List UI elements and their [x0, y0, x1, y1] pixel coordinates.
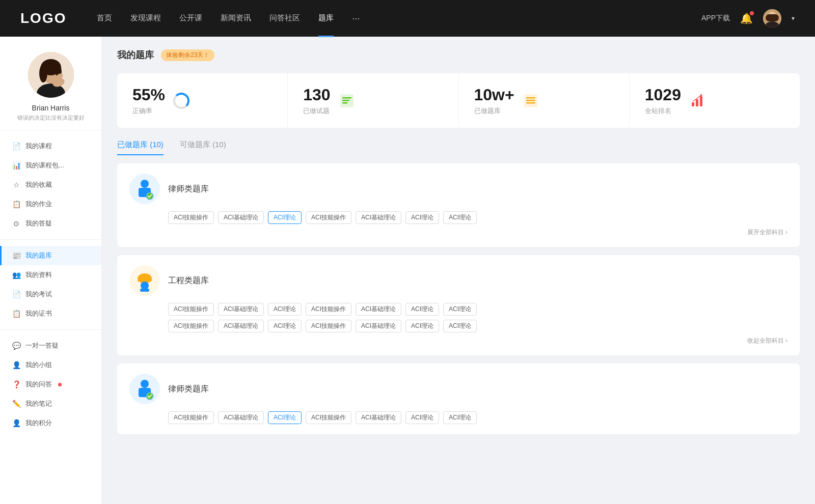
tab-done[interactable]: 已做题库 (10) [117, 140, 164, 155]
sidebar-item-courses[interactable]: 📄 我的课程 [0, 136, 101, 156]
main-content: 我的题库 体验剩余23天！ 55% 正确率 130 已做试题 [102, 37, 815, 504]
notification-dot [750, 11, 754, 15]
nav-avatar[interactable] [763, 9, 781, 27]
tags-row-engineer-1: ACI技能操作 ACI基础理论 ACI理论 ACI技能操作 ACI基础理论 AC… [168, 303, 787, 316]
tag-l2-1[interactable]: ACI技能操作 [168, 411, 214, 424]
tag-l2-3[interactable]: ACI理论 [268, 411, 302, 424]
collapse-btn-engineer[interactable]: 收起全部科目 › [747, 337, 787, 345]
profile-icon: 👥 [12, 271, 20, 279]
sidebar-item-label: 一对一答疑 [25, 341, 59, 350]
sidebar: Brian Harris 错误的决定比没有决定要好 📄 我的课程 📊 我的课程包… [0, 37, 102, 504]
tabs-row: 已做题库 (10) 可做题库 (10) [117, 140, 800, 155]
nav-link-open[interactable]: 公开课 [179, 13, 202, 24]
stats-row: 55% 正确率 130 已做试题 [117, 73, 800, 128]
ranking-value: 1029 [645, 86, 681, 104]
banks-value: 10w+ [474, 86, 514, 104]
avatar-image [763, 9, 781, 27]
tag-eng-4[interactable]: ACI技能操作 [306, 303, 351, 316]
tag-l2-6[interactable]: ACI理论 [405, 411, 439, 424]
nav-app-download[interactable]: APP下载 [701, 14, 730, 23]
svg-point-32 [141, 380, 149, 388]
tag-lawyer1-6[interactable]: ACI理论 [405, 211, 439, 224]
sidebar-item-exam[interactable]: 📄 我的考试 [0, 285, 101, 304]
tag-lawyer1-1[interactable]: ACI技能操作 [168, 211, 214, 224]
questions-icon: ❓ [12, 380, 20, 388]
svg-rect-21 [696, 99, 698, 106]
tag-eng-9[interactable]: ACI基础理论 [218, 320, 264, 332]
sidebar-item-label: 我的问答 [25, 380, 52, 389]
tag-eng-11[interactable]: ACI技能操作 [306, 320, 351, 332]
navbar: LOGO 首页 发现课程 公开课 新闻资讯 问答社区 题库 ··· APP下载 … [0, 0, 815, 37]
tag-l2-2[interactable]: ACI基础理论 [218, 411, 264, 424]
nav-chevron-icon[interactable]: ▾ [792, 15, 795, 22]
sidebar-item-points[interactable]: 👤 我的积分 [0, 413, 101, 433]
sidebar-item-label: 我的答疑 [25, 219, 52, 228]
tag-eng-13[interactable]: ACI理论 [405, 320, 439, 332]
page-title: 我的题库 [117, 49, 154, 61]
sidebar-item-qa[interactable]: ⊙ 我的答疑 [0, 214, 101, 233]
tag-eng-12[interactable]: ACI基础理论 [356, 320, 401, 332]
nav-link-news[interactable]: 新闻资讯 [221, 13, 251, 24]
tag-eng-6[interactable]: ACI理论 [405, 303, 439, 316]
tag-eng-3[interactable]: ACI理论 [268, 303, 302, 316]
sidebar-item-packages[interactable]: 📊 我的课程包... [0, 156, 101, 175]
nav-link-qbank[interactable]: 题库 [318, 13, 334, 24]
tags-footer-lawyer-1: 展开全部科目 › [129, 228, 787, 237]
expand-btn-lawyer-1[interactable]: 展开全部科目 › [747, 228, 787, 237]
tag-l2-7[interactable]: ACI理论 [443, 411, 477, 424]
tag-eng-7[interactable]: ACI理论 [443, 303, 477, 316]
points-icon: 👤 [12, 419, 20, 427]
tag-lawyer1-4[interactable]: ACI技能操作 [306, 211, 351, 224]
tag-l2-4[interactable]: ACI技能操作 [306, 411, 351, 424]
nav-bell[interactable]: 🔔 [740, 12, 753, 24]
tags-row-lawyer-2: ACI技能操作 ACI基础理论 ACI理论 ACI技能操作 ACI基础理论 AC… [168, 411, 787, 424]
sidebar-item-profile[interactable]: 👥 我的资料 [0, 265, 101, 285]
questions-icon [338, 92, 356, 110]
tags-footer-engineer: 收起全部科目 › [129, 337, 787, 345]
nav-link-home[interactable]: 首页 [97, 13, 112, 24]
tab-available[interactable]: 可做题库 (10) [180, 140, 226, 155]
tag-l2-5[interactable]: ACI基础理论 [356, 411, 401, 424]
oneon1-icon: 💬 [12, 342, 20, 350]
donut-chart-icon [173, 93, 189, 109]
sidebar-item-label: 我的课程包... [25, 161, 64, 170]
svg-rect-13 [342, 97, 351, 99]
sidebar-item-notes[interactable]: ✏️ 我的笔记 [0, 394, 101, 413]
sidebar-item-1on1[interactable]: 💬 一对一答疑 [0, 336, 101, 355]
sidebar-item-favorites[interactable]: ☆ 我的收藏 [0, 175, 101, 194]
trial-badge: 体验剩余23天！ [161, 49, 214, 61]
stat-banks-done: 10w+ 已做题库 [459, 73, 630, 128]
sidebar-item-label: 我的考试 [25, 290, 52, 299]
sidebar-divider-3 [0, 329, 101, 330]
qbank-card-lawyer-1: 律师类题库 ACI技能操作 ACI基础理论 ACI理论 ACI技能操作 ACI基… [117, 163, 800, 247]
nav-link-qa[interactable]: 问答社区 [269, 13, 300, 24]
stat-ranking: 1029 全站排名 [630, 73, 800, 128]
nav-more[interactable]: ··· [352, 13, 360, 24]
nav-link-discover[interactable]: 发现课程 [130, 13, 161, 24]
sidebar-item-group[interactable]: 👤 我的小组 [0, 355, 101, 375]
page-header: 我的题库 体验剩余23天！ [117, 49, 800, 61]
sidebar-item-questions[interactable]: ❓ 我的问答 [0, 375, 101, 394]
tag-lawyer1-7[interactable]: ACI理论 [443, 211, 477, 224]
qbank-title-lawyer-2: 律师类题库 [168, 384, 209, 395]
sidebar-username: Brian Harris [32, 104, 70, 112]
tag-lawyer1-3[interactable]: ACI理论 [268, 211, 302, 224]
stat-number-ranking: 1029 全站排名 [645, 86, 681, 116]
engineer-icon [129, 265, 160, 296]
tag-lawyer1-5[interactable]: ACI基础理论 [356, 211, 401, 224]
sidebar-item-homework[interactable]: 📋 我的作业 [0, 194, 101, 214]
question-badge [58, 383, 62, 386]
sidebar-item-cert[interactable]: 📋 我的证书 [0, 304, 101, 323]
tag-eng-1[interactable]: ACI技能操作 [168, 303, 214, 316]
nav-right: APP下载 🔔 ▾ [701, 9, 795, 27]
tag-eng-10[interactable]: ACI理论 [268, 320, 302, 332]
tag-eng-5[interactable]: ACI基础理论 [356, 303, 401, 316]
svg-rect-14 [342, 100, 349, 101]
tag-eng-14[interactable]: ACI理论 [443, 320, 477, 332]
tag-eng-8[interactable]: ACI技能操作 [168, 320, 214, 332]
sidebar-item-label: 我的作业 [25, 200, 52, 209]
tag-eng-2[interactable]: ACI基础理论 [218, 303, 264, 316]
sidebar-item-qbank[interactable]: 📰 我的题库 [0, 246, 101, 265]
qbank-icon: 📰 [12, 251, 20, 260]
tag-lawyer1-2[interactable]: ACI基础理论 [218, 211, 264, 224]
